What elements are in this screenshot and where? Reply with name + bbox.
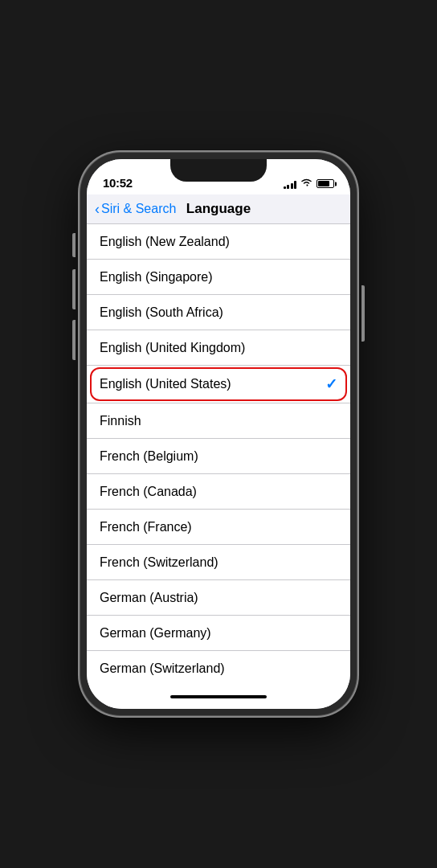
- language-item-en-us[interactable]: English (United States)✓: [87, 366, 350, 403]
- language-label: English (South Africa): [100, 305, 223, 320]
- language-item-en-sg[interactable]: English (Singapore): [87, 260, 350, 295]
- language-item-fr-ca[interactable]: French (Canada): [87, 474, 350, 510]
- language-label: English (United Kingdom): [100, 341, 245, 355]
- language-item-de-ch[interactable]: German (Switzerland): [87, 651, 350, 685]
- language-label: German (Germany): [100, 626, 211, 641]
- signal-icon: [284, 179, 297, 189]
- language-label: German (Austria): [100, 591, 198, 605]
- battery-icon: [317, 179, 334, 188]
- language-label: Finnish: [100, 414, 141, 428]
- language-label: French (Canada): [100, 485, 197, 499]
- language-item-de-at[interactable]: German (Austria): [87, 580, 350, 616]
- wifi-icon: [300, 178, 312, 190]
- language-label: German (Switzerland): [100, 661, 225, 676]
- phone-screen: 10:52: [87, 159, 350, 709]
- volume-up-button: [72, 269, 76, 309]
- back-label: Siri & Search: [101, 202, 176, 216]
- phone-frame: 10:52: [80, 153, 357, 715]
- language-label: English (United States): [100, 377, 231, 391]
- language-item-de-de[interactable]: German (Germany): [87, 616, 350, 651]
- volume-down-button: [72, 320, 76, 360]
- notch: [170, 159, 267, 182]
- back-chevron-icon: ‹: [95, 201, 100, 218]
- status-icons: [284, 178, 335, 190]
- nav-bar: ‹ Siri & Search Language: [87, 194, 350, 224]
- language-item-en-za[interactable]: English (South Africa): [87, 295, 350, 330]
- home-bar: [170, 695, 267, 698]
- language-label: French (Belgium): [100, 449, 198, 464]
- mute-button: [72, 233, 76, 257]
- language-label: French (France): [100, 520, 192, 534]
- language-label: English (Singapore): [100, 270, 213, 285]
- language-label: French (Switzerland): [100, 555, 218, 570]
- status-time: 10:52: [103, 176, 133, 190]
- page-title: Language: [186, 201, 251, 217]
- language-label: English (New Zealand): [100, 235, 230, 249]
- language-item-fr-be[interactable]: French (Belgium): [87, 439, 350, 474]
- language-item-en-nz[interactable]: English (New Zealand): [87, 224, 350, 260]
- language-item-fr-ch[interactable]: French (Switzerland): [87, 545, 350, 580]
- language-item-fi[interactable]: Finnish: [87, 403, 350, 439]
- language-item-en-gb[interactable]: English (United Kingdom): [87, 330, 350, 366]
- language-list[interactable]: English (New Zealand)English (Singapore)…: [87, 224, 350, 685]
- language-item-fr-fr[interactable]: French (France): [87, 510, 350, 545]
- back-button[interactable]: ‹ Siri & Search: [95, 201, 176, 218]
- power-button: [361, 285, 365, 342]
- status-bar: 10:52: [87, 159, 350, 194]
- home-indicator: [87, 685, 350, 709]
- checkmark-icon: ✓: [325, 375, 337, 393]
